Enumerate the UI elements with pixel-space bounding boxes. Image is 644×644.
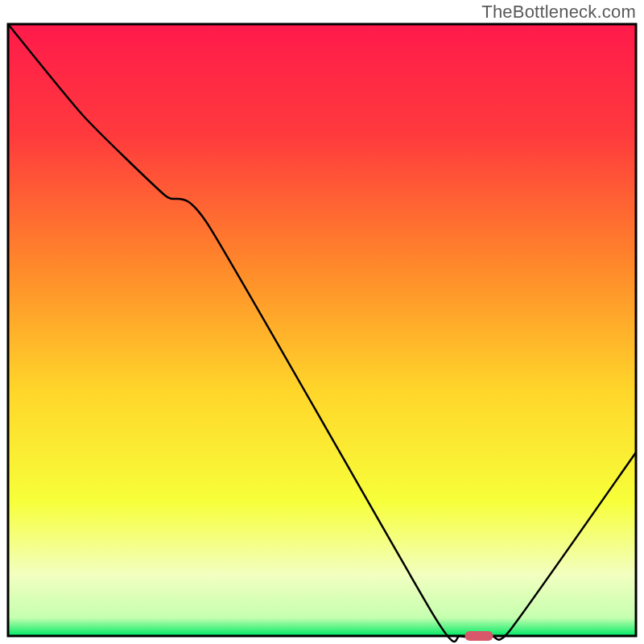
gradient-background — [8, 24, 636, 636]
bottleneck-chart — [0, 0, 644, 644]
chart-container: TheBottleneck.com — [0, 0, 644, 644]
optimal-point-marker — [464, 631, 493, 641]
watermark-text: TheBottleneck.com — [481, 2, 636, 23]
